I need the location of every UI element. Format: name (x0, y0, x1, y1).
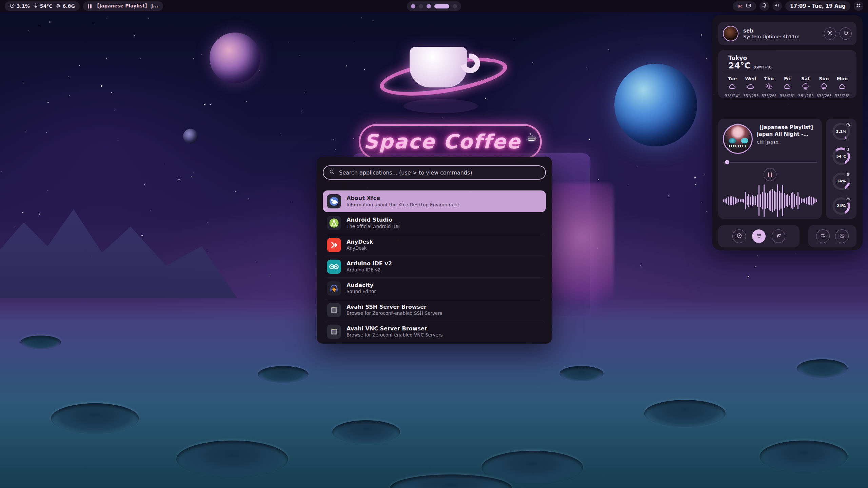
search-results: About Xfce Information about the Xfce De… (323, 190, 546, 342)
search-input[interactable] (339, 169, 540, 176)
cloud-icon (746, 83, 755, 92)
workspace-indicator[interactable] (407, 1, 461, 11)
search-icon (329, 169, 335, 176)
arduino-icon (327, 260, 341, 274)
memory-value: 6.8G (63, 3, 75, 9)
volume-button[interactable] (772, 1, 782, 11)
app-result-row[interactable]: Avahi VNC Server Browser Browse for Zero… (323, 321, 546, 342)
power-icon (843, 30, 849, 37)
track-artist: Chill Japan. (757, 140, 817, 145)
clock[interactable]: 17:09 - Tue, 19 Aug (785, 1, 850, 11)
now-playing-title: 【Japanese Playlist】 J... (95, 3, 158, 9)
bell-icon (762, 3, 767, 9)
app-result-row[interactable]: Audacity Sound Editor (323, 277, 546, 299)
tray-app-icon[interactable]: Uc (737, 4, 743, 8)
app-subtitle: Sound Editor (347, 289, 376, 294)
app-result-row[interactable]: AnyDesk AnyDesk (323, 234, 546, 256)
app-result-row[interactable]: Arduino IDE v2 Arduino IDE v2 (323, 256, 546, 277)
app-result-row[interactable]: Android Studio The official Android IDE (323, 212, 546, 234)
forecast-day: Wed 35°/25° (742, 76, 760, 98)
search-bar[interactable] (323, 165, 546, 180)
desktop: Space Coffee ☕ 3.1% 54°C 6.8G (0, 0, 868, 488)
neon-sign-text: Space Coffee (364, 130, 521, 153)
notifications-button[interactable] (760, 1, 769, 11)
speedometer-icon (9, 3, 15, 9)
forecast-temps: 35°/25° (743, 94, 758, 98)
forecast-temps: 36°/26° (798, 94, 813, 98)
workspace-dot[interactable] (453, 4, 457, 8)
seek-track (723, 162, 817, 163)
workspace-dot[interactable] (427, 4, 431, 8)
app-result-row[interactable]: Avahi SSH Server Browser Browse for Zero… (323, 299, 546, 321)
app-launcher: About Xfce Information about the Xfce De… (317, 157, 552, 344)
xfce-icon (327, 194, 341, 208)
capture-button[interactable] (816, 229, 830, 243)
seek-thumb[interactable] (725, 160, 729, 164)
weather-city: Tokyo (728, 55, 772, 61)
forecast-day: Tue 33°/24° (724, 76, 741, 98)
album-art-text: TOKYO L (724, 144, 752, 148)
system-gauge: 54°C (832, 147, 850, 165)
sun-cloud-icon (765, 83, 773, 92)
seek-bar[interactable] (723, 160, 817, 164)
steam-icon: ☕ (527, 130, 537, 144)
network-icon (327, 303, 341, 317)
forecast-temps: 35°/26° (780, 94, 795, 98)
album-art[interactable]: TOKYO L (723, 124, 753, 154)
memory-stat: 6.8G (56, 3, 75, 9)
network-icon (327, 325, 341, 339)
widget-panel: seb System Uptime: 4h11m Tokyo 24°C (712, 15, 863, 250)
system-gauges-card: 3.1% 54°C 14% 24% (826, 119, 856, 219)
play-pause-button[interactable] (764, 168, 776, 181)
app-subtitle: Information about the Xfce Desktop Envir… (347, 202, 459, 208)
forecast-temps: 33°/26° (762, 94, 777, 98)
power-profile-button[interactable] (752, 229, 766, 243)
divider (724, 73, 851, 73)
app-subtitle: AnyDesk (347, 245, 373, 251)
weather-forecast: Tue 33°/24° Wed 35°/25° Thu 33°/26° (724, 76, 851, 98)
audacity-icon (327, 281, 341, 296)
forecast-temps: 33°/26° (835, 94, 850, 98)
capture-card (808, 225, 856, 247)
app-result-row[interactable]: About Xfce Information about the Xfce De… (323, 190, 546, 212)
weather-card: Tokyo 24°C (GMT+9) Tue 33°/24° (718, 50, 856, 98)
neon-sign: Space Coffee ☕ (359, 124, 542, 159)
pause-icon (88, 4, 92, 8)
cpu-stat: 3.1% (9, 3, 30, 9)
settings-button[interactable] (824, 27, 836, 40)
workspace-dot[interactable] (411, 4, 415, 8)
capture-button[interactable] (835, 229, 849, 243)
user-card: seb System Uptime: 4h11m (718, 22, 856, 45)
avatar[interactable] (723, 26, 738, 41)
speedometer-icon (736, 233, 742, 240)
video-icon (820, 233, 826, 240)
track-title: 【Japanese Playlist】 Japan All Night - To… (757, 124, 817, 138)
app-title: Avahi VNC Server Browser (347, 325, 442, 332)
anydesk-icon (327, 238, 341, 252)
workspace-dot[interactable] (434, 4, 449, 8)
small-moon (183, 129, 198, 144)
chip-icon (56, 3, 61, 9)
power-profile-button[interactable] (732, 229, 746, 243)
system-gauge: 3.1% (832, 123, 850, 140)
wallpaper-icon[interactable] (746, 3, 751, 10)
app-subtitle: The official Android IDE (347, 224, 400, 229)
speaker-icon (774, 3, 780, 9)
storm-icon (820, 83, 828, 92)
power-profile-button[interactable] (772, 229, 785, 243)
cloud-icon (783, 83, 792, 92)
forecast-day: Sun 33°/26° (815, 76, 833, 98)
speedometer-icon (845, 121, 851, 128)
cloud-icon (838, 83, 847, 92)
app-grid-button[interactable] (854, 1, 863, 11)
workspace-dot[interactable] (419, 4, 423, 8)
now-playing-pill[interactable]: 【Japanese Playlist】 J... (83, 1, 163, 11)
system-gauge: 24% (832, 197, 850, 215)
power-button[interactable] (840, 27, 852, 40)
system-tray[interactable]: Uc (733, 1, 756, 11)
forecast-day: Sat 36°/26° (797, 76, 814, 98)
app-title: AnyDesk (347, 239, 373, 246)
image-icon (839, 233, 845, 240)
disk-icon (845, 196, 851, 203)
system-stats-pill[interactable]: 3.1% 54°C 6.8G (5, 1, 80, 11)
